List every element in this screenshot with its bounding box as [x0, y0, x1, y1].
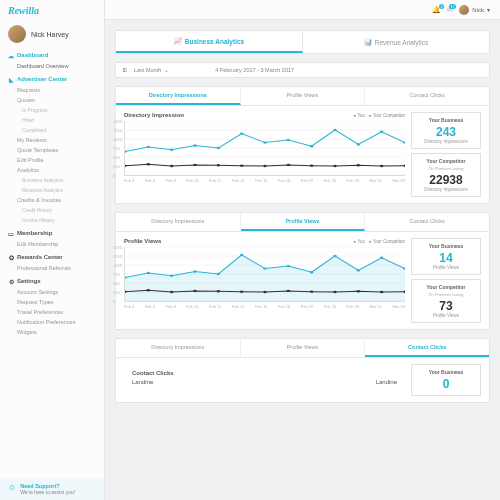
svg-point-26 — [263, 165, 266, 167]
svg-point-9 — [170, 149, 173, 151]
svg-point-12 — [240, 132, 243, 134]
svg-point-50 — [333, 255, 336, 257]
nav-business-analytics[interactable]: Business Analytics — [0, 175, 104, 185]
calendar-icon: 🗓 — [122, 67, 128, 73]
svg-point-13 — [263, 141, 266, 143]
profile-block[interactable]: Nick Harvey — [0, 21, 104, 47]
tab-revenue-analytics[interactable]: 📊Revenue Analytics — [303, 31, 489, 53]
svg-point-57 — [193, 290, 196, 292]
svg-point-7 — [125, 150, 127, 152]
mail-icon[interactable]: ✉17 — [447, 6, 453, 14]
ptab-contact[interactable]: Contact Clicks — [365, 213, 489, 231]
svg-point-23 — [193, 164, 196, 166]
svg-point-61 — [287, 290, 290, 292]
svg-point-21 — [147, 163, 150, 165]
nav-dashboard-overview[interactable]: Dashboard Overview — [0, 61, 104, 71]
chevron-down-icon: ▾ — [487, 6, 490, 13]
nav-head-settings[interactable]: ⚙Settings — [0, 275, 104, 287]
avatar — [8, 25, 26, 43]
nav-head-rewards[interactable]: ✪Rewards Center — [0, 251, 104, 263]
svg-point-65 — [380, 291, 383, 293]
ptab-profile[interactable]: Profile Views — [241, 87, 366, 105]
content: 📈Business Analytics 📊Revenue Analytics 🗓… — [105, 20, 500, 500]
nav-head-advertiser[interactable]: ◣Advertiser Center — [0, 73, 104, 85]
nav-inprogress[interactable]: In Progress — [0, 105, 104, 115]
nav-revenue-analytics[interactable]: Revenue Analytics — [0, 185, 104, 195]
svg-point-58 — [217, 290, 220, 292]
nav-myreviews[interactable]: My Reviews — [0, 135, 104, 145]
svg-point-30 — [357, 164, 360, 166]
user-menu[interactable]: Nick ▾ — [459, 5, 490, 15]
nav-edit-profile[interactable]: Edit Profile — [0, 155, 104, 165]
support-box[interactable]: ☺ Need Support? We're here to assist you… — [0, 478, 104, 500]
nav-credit-history[interactable]: Credit History — [0, 205, 104, 215]
svg-point-28 — [310, 164, 313, 166]
bell-icon[interactable]: 🔔2 — [432, 6, 441, 14]
svg-marker-40 — [125, 255, 405, 301]
svg-point-22 — [170, 165, 173, 167]
svg-point-46 — [240, 254, 243, 256]
stat-your-business: Your Business 14 Profile Views — [411, 238, 481, 275]
brand-logo[interactable]: Rewilla — [0, 0, 104, 21]
date-picker[interactable]: 🗓 Last Month⌄ 4 February 2017 - 3 March … — [115, 62, 490, 78]
ptab-dir[interactable]: Directory Impressions — [116, 213, 241, 231]
stat-your-business: Your Business 0 — [411, 364, 481, 396]
nav-widgets[interactable]: Widgets — [0, 327, 104, 337]
ptab-contact[interactable]: Contact Clicks — [365, 339, 489, 357]
svg-point-10 — [193, 144, 196, 146]
avatar — [459, 5, 469, 15]
svg-point-24 — [217, 164, 220, 166]
nav-notif-pref[interactable]: Notification Preferences — [0, 317, 104, 327]
nav-account-settings[interactable]: Account Settings — [0, 287, 104, 297]
legend: ● You ● Your Competitor — [354, 239, 405, 244]
nav-requests[interactable]: Requests — [0, 85, 104, 95]
svg-point-29 — [333, 165, 336, 167]
stat-competitor: Your Competitor On Premium Listing 22938… — [411, 153, 481, 197]
stat-your-business: Your Business 243 Directory Impressions — [411, 112, 481, 149]
nav-quote-templates[interactable]: Quote Templates — [0, 145, 104, 155]
award-icon: ✪ — [8, 254, 14, 260]
tab-business-analytics[interactable]: 📈Business Analytics — [116, 31, 303, 53]
nav-completed[interactable]: Completed — [0, 125, 104, 135]
nav-travel-pref[interactable]: Travel Preferences — [0, 307, 104, 317]
nav: ☁Dashboard Dashboard Overview ◣Advertise… — [0, 47, 104, 478]
svg-point-55 — [147, 289, 150, 291]
ptab-profile[interactable]: Profile Views — [241, 213, 366, 231]
ptab-dir[interactable]: Directory Impressions — [116, 87, 241, 105]
nav-edit-membership[interactable]: Edit Membership — [0, 239, 104, 249]
nav-request-types[interactable]: Request Types — [0, 297, 104, 307]
nav-invoice-history[interactable]: Invoice History — [0, 215, 104, 225]
chart-icon: 📈 — [174, 37, 182, 45]
svg-point-25 — [240, 164, 243, 166]
bars-icon: 📊 — [364, 38, 372, 46]
nav-referrals[interactable]: Professional Referrals — [0, 263, 104, 273]
svg-point-11 — [217, 147, 220, 149]
svg-point-42 — [147, 272, 150, 274]
chart-2: 0250500750100012501500 — [124, 247, 405, 302]
xticks-2: Feb 4Feb 6Feb 8Feb 10Feb 12Feb 14Feb 16F… — [124, 302, 405, 309]
ptab-dir[interactable]: Directory Impressions — [116, 339, 241, 357]
row-landline: Landine — [132, 379, 153, 385]
svg-point-31 — [380, 165, 383, 167]
chevron-down-icon: ⌄ — [164, 67, 169, 73]
svg-point-63 — [333, 291, 336, 293]
nav-quotes[interactable]: Quotes — [0, 95, 104, 105]
xticks-1: Feb 4Feb 6Feb 8Feb 10Feb 12Feb 14Feb 16F… — [124, 176, 405, 183]
ptab-profile[interactable]: Profile Views — [241, 339, 366, 357]
svg-point-16 — [333, 129, 336, 131]
svg-point-15 — [310, 145, 313, 147]
nav-head-dashboard[interactable]: ☁Dashboard — [0, 49, 104, 61]
svg-point-47 — [263, 267, 266, 269]
row-landline-2: Landine — [376, 379, 397, 385]
nav-head-membership[interactable]: ▭Membership — [0, 227, 104, 239]
svg-point-14 — [287, 139, 290, 141]
panel-contact-clicks: Directory Impressions Profile Views Cont… — [115, 338, 490, 403]
date-range-text: 4 February 2017 - 3 March 2017 — [215, 67, 294, 73]
ptab-contact[interactable]: Contact Clicks — [365, 87, 489, 105]
nav-analytics[interactable]: Analytics — [0, 165, 104, 175]
nav-credits[interactable]: Credits & Invoices — [0, 195, 104, 205]
nav-hired[interactable]: Hired — [0, 115, 104, 125]
support-icon: ☺ — [8, 483, 16, 492]
svg-point-20 — [125, 164, 127, 166]
legend: ● You ● Your Competitor — [354, 113, 405, 118]
